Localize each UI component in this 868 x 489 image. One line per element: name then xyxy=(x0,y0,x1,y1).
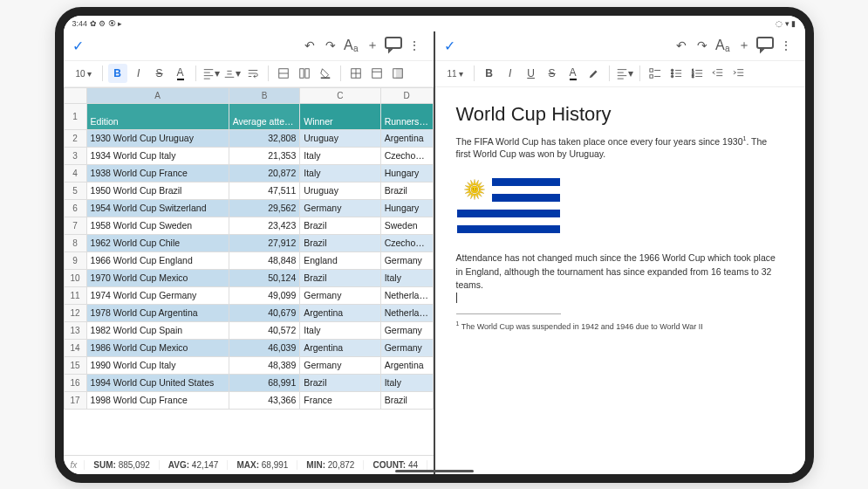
cell-attendance[interactable]: 48,848 xyxy=(229,251,300,269)
cell-runnerup[interactable]: Italy xyxy=(380,269,433,286)
highlight-icon[interactable] xyxy=(584,64,604,83)
accept-check-icon[interactable]: ✓ xyxy=(72,38,84,54)
col-header-d[interactable]: D xyxy=(380,87,433,103)
italic-icon[interactable]: I xyxy=(129,64,148,83)
cell-format-icon[interactable] xyxy=(274,64,293,83)
cell-runnerup[interactable]: Sweden xyxy=(380,217,433,234)
col-header-a[interactable]: A xyxy=(86,87,229,103)
stat-min[interactable]: MIN: 20,872 xyxy=(297,460,364,470)
bold-icon[interactable]: B xyxy=(108,64,127,83)
cell-edition[interactable]: 1938 World Cup France xyxy=(86,164,229,182)
table-row[interactable]: 21930 World Cup Uruguay32,808UruguayArge… xyxy=(64,129,433,147)
spreadsheet-grid[interactable]: A B C D 1 Edition Average attendance xyxy=(64,87,434,455)
cell-runnerup[interactable]: Czechoslovakia xyxy=(380,147,433,164)
document-body[interactable]: World Cup History The FIFA World Cup has… xyxy=(435,87,805,474)
table-row[interactable]: 161994 World Cup United States68,991Braz… xyxy=(64,374,433,391)
redo-icon[interactable]: ↷ xyxy=(692,38,713,52)
font-size-picker[interactable]: 11 ▾ xyxy=(442,69,468,79)
header-edition[interactable]: Edition xyxy=(86,103,229,129)
table-row[interactable]: 131982 World Cup Spain40,572ItalyGermany xyxy=(64,321,433,339)
cell-winner[interactable]: Germany xyxy=(300,199,380,217)
cell-attendance[interactable]: 21,353 xyxy=(229,147,300,164)
cell-winner[interactable]: Italy xyxy=(300,147,380,164)
borders-icon[interactable] xyxy=(346,64,366,83)
table-row[interactable]: 91966 World Cup England48,848EnglandGerm… xyxy=(64,251,433,269)
text-color-icon[interactable]: A xyxy=(564,64,583,83)
stat-count[interactable]: COUNT: 44 xyxy=(364,460,427,470)
comment-icon[interactable] xyxy=(755,34,776,58)
cell-runnerup[interactable]: Netherlands xyxy=(380,286,433,304)
h-align-icon[interactable]: ▾ xyxy=(202,64,221,83)
comment-icon[interactable] xyxy=(383,34,404,58)
cell-attendance[interactable]: 20,872 xyxy=(229,164,300,182)
font-size-picker[interactable]: 10 ▾ xyxy=(71,69,97,79)
cell-edition[interactable]: 1962 World Cup Chile xyxy=(86,234,229,251)
cell-winner[interactable]: France xyxy=(300,391,380,409)
cell-attendance[interactable]: 50,124 xyxy=(229,269,300,286)
cell-winner[interactable]: Uruguay xyxy=(300,182,380,199)
cell-attendance[interactable]: 46,039 xyxy=(229,339,300,356)
table-row[interactable]: 121978 World Cup Argentina40,679Argentin… xyxy=(64,304,433,321)
header-runnerup[interactable]: Runners-up xyxy=(380,103,433,129)
cell-edition[interactable]: 1994 World Cup United States xyxy=(86,374,229,391)
cell-runnerup[interactable]: Czechoslovakia xyxy=(380,234,433,251)
cell-attendance[interactable]: 27,912 xyxy=(229,234,300,251)
cell-runnerup[interactable]: Hungary xyxy=(380,164,433,182)
table-row[interactable]: 31934 World Cup Italy21,353ItalyCzechosl… xyxy=(64,147,433,164)
cell-edition[interactable]: 1974 World Cup Germany xyxy=(86,286,229,304)
wrap-icon[interactable] xyxy=(243,64,263,83)
cell-edition[interactable]: 1930 World Cup Uruguay xyxy=(86,129,229,147)
cell-winner[interactable]: Brazil xyxy=(300,374,380,391)
bullet-list-icon[interactable] xyxy=(666,64,686,83)
table-row[interactable]: 171998 World Cup France43,366FranceBrazi… xyxy=(64,391,433,409)
undo-icon[interactable]: ↶ xyxy=(299,38,320,52)
merge-icon[interactable] xyxy=(295,64,314,83)
align-icon[interactable]: ▾ xyxy=(615,64,634,83)
navigation-handle[interactable] xyxy=(395,470,474,472)
cell-runnerup[interactable]: Germany xyxy=(380,251,433,269)
fill-color-icon[interactable] xyxy=(316,64,335,83)
insert-icon[interactable]: ＋ xyxy=(734,38,755,53)
cell-winner[interactable]: Brazil xyxy=(300,269,380,286)
cell-runnerup[interactable]: Italy xyxy=(380,374,433,391)
cell-attendance[interactable]: 40,679 xyxy=(229,304,300,321)
stat-max[interactable]: MAX: 68,991 xyxy=(228,460,297,470)
clear-format-icon[interactable] xyxy=(367,64,386,83)
cell-runnerup[interactable]: Germany xyxy=(380,339,433,356)
table-row[interactable]: 81962 World Cup Chile27,912BrazilCzechos… xyxy=(64,234,433,251)
cell-winner[interactable]: Italy xyxy=(300,321,380,339)
table-row[interactable]: 101970 World Cup Mexico50,124BrazilItaly xyxy=(64,269,433,286)
stat-sum[interactable]: SUM: 885,092 xyxy=(85,460,160,470)
font-format-icon[interactable]: Aa xyxy=(341,34,362,58)
cell-edition[interactable]: 1934 World Cup Italy xyxy=(86,147,229,164)
strikethrough-icon[interactable]: S xyxy=(150,64,169,83)
strikethrough-icon[interactable]: S xyxy=(543,64,562,83)
cell-edition[interactable]: 1954 World Cup Switzerland xyxy=(86,199,229,217)
cell-winner[interactable]: Argentina xyxy=(300,339,380,356)
cell-edition[interactable]: 1958 World Cup Sweden xyxy=(86,217,229,234)
more-icon[interactable]: ⋮ xyxy=(776,38,796,52)
checklist-icon[interactable] xyxy=(646,64,665,83)
uruguay-flag-image[interactable] xyxy=(456,169,561,239)
cell-edition[interactable]: 1978 World Cup Argentina xyxy=(86,304,229,321)
cell-winner[interactable]: Brazil xyxy=(300,217,380,234)
cell-attendance[interactable]: 40,572 xyxy=(229,321,300,339)
redo-icon[interactable]: ↷ xyxy=(320,38,341,52)
more-format-icon[interactable] xyxy=(388,64,407,83)
cell-edition[interactable]: 1986 World Cup Mexico xyxy=(86,339,229,356)
cell-attendance[interactable]: 29,562 xyxy=(229,199,300,217)
cell-winner[interactable]: Italy xyxy=(300,164,380,182)
accept-check-icon[interactable]: ✓ xyxy=(444,38,455,54)
cell-runnerup[interactable]: Germany xyxy=(380,321,433,339)
col-header-c[interactable]: C xyxy=(300,87,380,103)
more-icon[interactable]: ⋮ xyxy=(404,38,425,52)
cell-attendance[interactable]: 49,099 xyxy=(229,286,300,304)
indent-icon[interactable] xyxy=(729,64,748,83)
undo-icon[interactable]: ↶ xyxy=(671,38,692,52)
table-row[interactable]: 151990 World Cup Italy48,389GermanyArgen… xyxy=(64,356,433,374)
cell-attendance[interactable]: 68,991 xyxy=(229,374,300,391)
cell-edition[interactable]: 1982 World Cup Spain xyxy=(86,321,229,339)
table-row[interactable]: 61954 World Cup Switzerland29,562Germany… xyxy=(64,199,433,217)
cell-runnerup[interactable]: Netherlands xyxy=(380,304,433,321)
cell-attendance[interactable]: 32,808 xyxy=(229,129,300,147)
